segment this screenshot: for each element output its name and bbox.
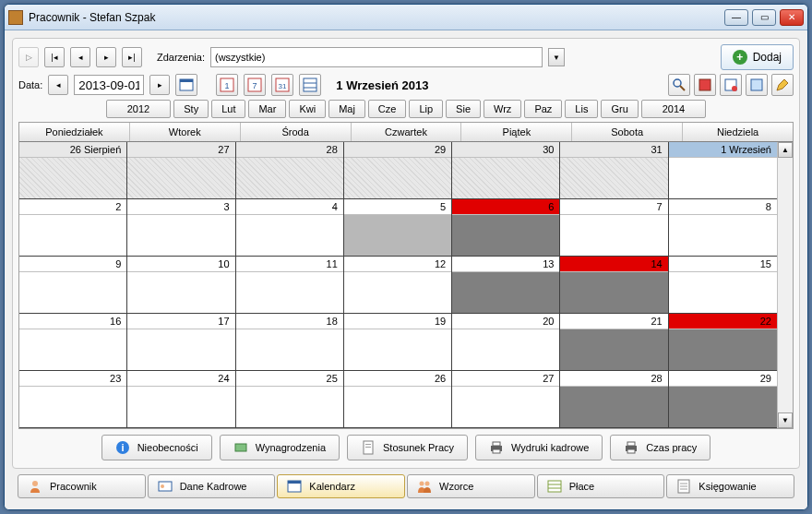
svg-rect-1 [180,79,193,82]
calendar-cell[interactable]: 11 [236,257,344,314]
date-next-button[interactable]: ▸ [149,75,170,95]
weekday-header: Niedziela [683,123,793,141]
action-button-wydruki-kadrowe[interactable]: Wydruki kadrowe [475,435,603,460]
calendar-cell[interactable]: 26 Sierpień [19,142,127,199]
month-button-wrz[interactable]: Wrz [484,100,521,118]
calendar-cell[interactable]: 31 [560,142,668,199]
svg-point-15 [732,86,737,91]
month-button-lip[interactable]: Lip [409,100,443,118]
calendar-cell[interactable]: 27 [452,371,560,428]
tab-pracownik[interactable]: Pracownik [18,474,146,498]
month-button-maj[interactable]: Maj [328,100,365,118]
tool-a-icon[interactable] [694,74,716,96]
month-button-mar[interactable]: Mar [248,100,286,118]
calendar-cell[interactable]: 4 [236,199,344,257]
calendar-cell[interactable]: 12 [344,257,452,314]
calendar-cell[interactable]: 16 [19,314,127,371]
add-button[interactable]: + Dodaj [721,44,794,70]
view-7-icon[interactable]: 7 [244,74,266,96]
scroll-down-icon[interactable]: ▼ [778,412,793,428]
calendar-cell[interactable]: 19 [344,314,452,371]
calendar-cell[interactable]: 30 [452,142,560,199]
calendar-cell[interactable]: 17 [127,314,235,371]
tab-dane-kadrowe[interactable]: Dane Kadrowe [148,474,276,498]
calendar-picker-icon[interactable] [175,74,197,96]
events-combo-drop[interactable]: ▼ [548,48,565,66]
calendar-cell[interactable]: 21 [560,314,668,371]
nav-play-button[interactable]: ▷ [18,47,39,67]
minimize-button[interactable]: — [724,9,748,26]
date-prev-button[interactable]: ◂ [48,75,68,95]
prev-year-button[interactable]: 2012 [106,100,171,118]
calendar-cell[interactable]: 28 [560,371,668,428]
calendar-cell[interactable]: 13 [452,257,560,314]
calendar-cell[interactable]: 15 [669,257,777,314]
calendar-cell[interactable]: 14 [560,257,668,314]
month-button-cze[interactable]: Cze [368,100,407,118]
calendar-header: PoniedziałekWtorekŚrodaCzwartekPiątekSob… [19,123,793,142]
date-input[interactable] [74,75,144,95]
action-button-stosunek-pracy[interactable]: Stosunek Pracy [347,435,468,460]
calendar-cell[interactable]: 24 [127,371,235,428]
tab-księgowanie[interactable]: Księgowanie [666,474,794,498]
month-button-sty[interactable]: Sty [173,100,209,118]
action-button-wynagrodzenia[interactable]: Wynagrodzenia [220,435,340,460]
calendar-cell[interactable]: 10 [127,257,235,314]
nav-last-button[interactable]: ▸| [122,47,142,67]
calendar-cell[interactable]: 29 [344,142,452,199]
calendar-cell[interactable]: 27 [127,142,235,199]
year-month-bar: 2012 StyLutMarKwiMajCzeLipSieWrzPazLisGr… [18,100,794,118]
close-button[interactable]: ✕ [780,9,804,26]
nav-next-button[interactable]: ▸ [96,47,116,67]
calendar-cell[interactable]: 18 [236,314,344,371]
main-panel: ▷ |◂ ◂ ▸ ▸| Zdarzenia: (wszystkie) ▼ + D… [12,38,800,469]
calendar-cell[interactable]: 25 [236,371,344,428]
action-button-nieobecności[interactable]: iNieobecności [102,435,212,460]
events-combo[interactable]: (wszystkie) [210,47,543,67]
nav-prev-button[interactable]: ◂ [70,47,90,67]
tool-b-icon[interactable] [720,74,742,96]
calendar-cell[interactable]: 20 [452,314,560,371]
cell-date: 26 Sierpień [19,142,126,158]
calendar-cell[interactable]: 8 [669,199,777,257]
calendar-cell[interactable]: 6 [452,199,560,257]
view-grid-icon[interactable] [299,74,321,96]
add-button-label: Dodaj [753,51,782,64]
view-31-icon[interactable]: 31 [271,74,293,96]
scroll-up-icon[interactable]: ▲ [778,142,793,158]
scrollbar[interactable]: ▲ ▼ [777,142,793,428]
calendar-cell[interactable]: 28 [236,142,344,199]
month-button-kwi[interactable]: Kwi [289,100,326,118]
calendar-cell[interactable]: 1 Wrzesień [669,142,777,199]
calendar-cell[interactable]: 22 [669,314,777,371]
person-icon [28,479,42,494]
cell-date: 13 [452,257,559,272]
pencil-icon[interactable] [771,74,794,96]
tool-c-icon[interactable] [746,74,768,96]
tab-płace[interactable]: Płace [537,474,665,498]
calendar-cell[interactable]: 5 [344,199,452,257]
calendar-cell[interactable]: 9 [19,257,127,314]
tab-wzorce[interactable]: Wzorce [407,474,535,498]
weekday-header: Środa [241,123,352,141]
svg-rect-19 [235,444,246,451]
calendar-cell[interactable]: 29 [669,371,777,428]
month-button-gru[interactable]: Gru [601,100,638,118]
maximize-button[interactable]: ▭ [752,9,776,26]
calendar-cell[interactable]: 23 [19,371,127,428]
view-1-icon[interactable]: 1 [216,74,238,96]
tab-kalendarz[interactable]: Kalendarz [277,474,405,498]
search-icon[interactable] [668,74,690,96]
next-year-button[interactable]: 2014 [641,100,706,118]
svg-text:i: i [121,442,124,453]
month-button-sie[interactable]: Sie [446,100,481,118]
calendar-cell[interactable]: 3 [127,199,235,257]
calendar-cell[interactable]: 26 [344,371,452,428]
month-button-paz[interactable]: Paz [524,100,562,118]
month-button-lis[interactable]: Lis [565,100,598,118]
calendar-cell[interactable]: 7 [560,199,668,257]
nav-first-button[interactable]: |◂ [44,47,65,67]
calendar-cell[interactable]: 2 [19,199,127,257]
month-button-lut[interactable]: Lut [211,100,245,118]
action-button-czas-pracy[interactable]: Czas pracy [610,435,710,460]
